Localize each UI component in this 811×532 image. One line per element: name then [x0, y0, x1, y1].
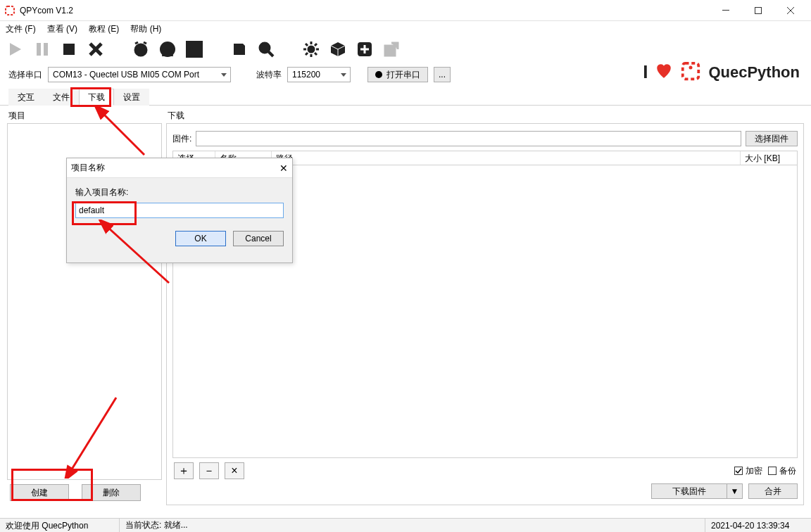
- user-icon[interactable]: [159, 41, 176, 58]
- delete-button[interactable]: 删除: [82, 484, 141, 501]
- col-size[interactable]: 大小 [KB]: [741, 151, 797, 165]
- svg-point-23: [308, 46, 314, 52]
- firmware-label: 固件:: [172, 133, 191, 145]
- menu-bar: 文件 (F) 查看 (V) 教程 (E) 帮助 (H): [0, 21, 811, 37]
- close-icon[interactable]: [87, 41, 104, 58]
- svg-line-15: [144, 42, 146, 44]
- open-port-button[interactable]: 打开串口: [367, 67, 428, 82]
- svg-rect-19: [236, 44, 241, 48]
- maximize-button[interactable]: [742, 0, 774, 21]
- svg-line-14: [135, 42, 138, 44]
- svg-line-22: [268, 51, 273, 56]
- project-name-input[interactable]: [75, 203, 284, 218]
- svg-point-17: [165, 44, 170, 50]
- brand-name: QuecPython: [708, 63, 800, 82]
- svg-marker-5: [10, 43, 21, 56]
- svg-rect-6: [37, 43, 41, 56]
- tab-bar: 交互 文件 下载 设置: [0, 87, 811, 106]
- tab-interact[interactable]: 交互: [8, 89, 44, 106]
- brand: I QuecPython: [643, 61, 800, 84]
- svg-rect-7: [44, 43, 48, 56]
- menu-view[interactable]: 查看 (V): [47, 23, 77, 35]
- download-dropdown-button[interactable]: ▼: [727, 483, 743, 499]
- project-label: 项目: [7, 110, 162, 123]
- external-link-icon[interactable]: [383, 41, 400, 58]
- more-button[interactable]: ...: [434, 67, 451, 82]
- add-icon[interactable]: [356, 41, 373, 58]
- dialog-title: 项目名称: [71, 162, 105, 174]
- svg-point-40: [689, 66, 693, 70]
- port-label: 选择串口: [8, 69, 42, 81]
- svg-line-29: [315, 53, 317, 55]
- gear-icon[interactable]: [303, 41, 320, 58]
- heart-icon: [655, 62, 673, 82]
- minimize-button[interactable]: [710, 0, 742, 21]
- backup-checkbox[interactable]: 备份: [768, 465, 796, 477]
- port-select[interactable]: COM13 - Quectel USB MI05 COM Port: [48, 67, 231, 82]
- firmware-input[interactable]: [196, 131, 741, 146]
- status-welcome: 欢迎使用 QuecPython: [6, 521, 88, 530]
- menu-file[interactable]: 文件 (F): [6, 23, 36, 35]
- add-file-button[interactable]: ＋: [174, 462, 194, 479]
- download-label: 下载: [166, 110, 804, 123]
- pause-icon[interactable]: [34, 41, 51, 58]
- svg-line-30: [306, 53, 308, 55]
- toolbar: ”: [0, 37, 811, 62]
- svg-rect-2: [755, 7, 762, 13]
- svg-line-31: [315, 44, 317, 46]
- svg-rect-1: [722, 10, 729, 11]
- col-path[interactable]: 路径: [272, 151, 741, 165]
- svg-text:”: ”: [189, 46, 193, 56]
- create-button[interactable]: 创建: [10, 484, 69, 501]
- remove-file-button[interactable]: －: [199, 462, 219, 479]
- menu-help[interactable]: 帮助 (H): [130, 23, 161, 35]
- clear-files-button[interactable]: ×: [225, 462, 244, 479]
- brand-i: I: [643, 61, 648, 83]
- encrypt-checkbox[interactable]: 加密: [734, 465, 762, 477]
- project-name-dialog: 项目名称 ✕ 输入项目名称: OK Cancel: [66, 158, 293, 263]
- dialog-close-icon[interactable]: ✕: [279, 163, 288, 174]
- download-firmware-button[interactable]: 下载固件: [651, 483, 727, 499]
- dialog-prompt: 输入项目名称:: [75, 186, 284, 198]
- svg-rect-8: [63, 44, 75, 55]
- choose-firmware-button[interactable]: 选择固件: [746, 131, 798, 146]
- play-icon[interactable]: [7, 41, 24, 58]
- box-icon[interactable]: [329, 41, 346, 58]
- status-dot-icon: [375, 71, 382, 78]
- dialog-ok-button[interactable]: OK: [175, 231, 226, 246]
- quote-icon[interactable]: ”: [186, 41, 203, 58]
- save-icon[interactable]: [231, 41, 248, 58]
- dialog-cancel-button[interactable]: Cancel: [233, 231, 284, 246]
- menu-tutorial[interactable]: 教程 (E): [89, 23, 119, 35]
- svg-line-28: [306, 44, 308, 46]
- title-bar: QPYcom V1.2: [0, 0, 811, 21]
- alarm-icon[interactable]: [132, 41, 149, 58]
- brand-logo-icon: [680, 61, 701, 84]
- merge-button[interactable]: 合并: [748, 483, 798, 499]
- tab-settings[interactable]: 设置: [114, 89, 149, 106]
- status-time: 2021-04-20 13:39:34: [705, 519, 811, 532]
- tab-download[interactable]: 下载: [79, 89, 114, 106]
- tab-file[interactable]: 文件: [44, 89, 79, 106]
- svg-point-21: [260, 43, 270, 53]
- app-icon: [4, 5, 15, 16]
- svg-rect-0: [6, 6, 14, 15]
- status-bar: 欢迎使用 QuecPython 当前状态: 就绪... 2021-04-20 1…: [0, 518, 811, 532]
- search-icon[interactable]: [258, 41, 275, 58]
- baud-select[interactable]: 115200: [287, 67, 351, 82]
- stop-icon[interactable]: [61, 41, 77, 58]
- svg-rect-20: [236, 50, 243, 54]
- close-window-button[interactable]: [774, 0, 807, 21]
- status-state: 当前状态: 就绪...: [120, 519, 705, 532]
- svg-rect-39: [683, 63, 699, 80]
- baud-label: 波特率: [256, 69, 282, 81]
- window-title: QPYcom V1.2: [20, 6, 73, 15]
